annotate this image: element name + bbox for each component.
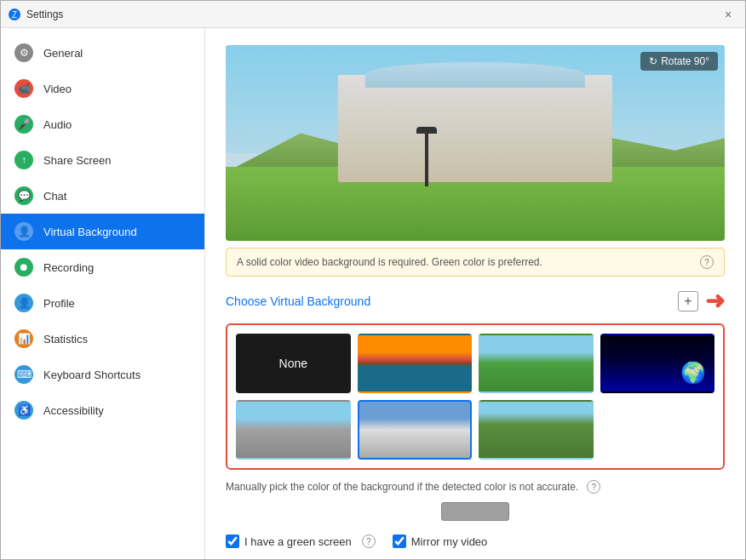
accessibility-icon: ♿ — [14, 401, 33, 420]
manually-info-icon[interactable]: ? — [587, 480, 600, 494]
bg-grid-wrapper: None — [226, 323, 725, 470]
content-area: ↻ Rotate 90° A solid color video backgro… — [205, 28, 745, 559]
sidebar-item-statistics[interactable]: 📊Statistics — [1, 321, 204, 357]
mirror-checkbox[interactable] — [393, 534, 406, 548]
window-title: Settings — [26, 9, 718, 20]
sidebar-item-keyboard-shortcuts[interactable]: ⌨Keyboard Shortcuts — [1, 357, 204, 392]
virtual-background-icon: 👤 — [14, 222, 33, 241]
accessibility-label: Accessibility — [43, 404, 104, 417]
recording-icon: ⏺ — [14, 258, 33, 277]
arrow-annotation: ➜ — [705, 287, 725, 315]
checkbox-row: I have a green screen ? Mirror my video — [226, 531, 725, 551]
sidebar-item-audio[interactable]: 🎤Audio — [1, 106, 204, 142]
recording-label: Recording — [43, 261, 94, 274]
building-element — [338, 75, 612, 183]
manually-pick-text: Manually pick the color of the backgroun… — [226, 480, 725, 494]
statistics-label: Statistics — [43, 333, 88, 346]
bg-stadium[interactable] — [358, 400, 473, 460]
sidebar-item-general[interactable]: ⚙General — [1, 35, 204, 71]
main-content: ⚙General📹Video🎤Audio↑Share Screen💬Chat👤V… — [1, 28, 745, 559]
titlebar: Z Settings × — [1, 1, 745, 28]
manually-label: Manually pick the color of the backgroun… — [226, 481, 578, 493]
bg-none[interactable]: None — [236, 334, 351, 393]
preview-scene — [226, 45, 725, 241]
statistics-icon: 📊 — [14, 329, 33, 348]
bg-building2[interactable] — [236, 400, 351, 460]
lamppost-top — [416, 127, 437, 134]
video-label: Video — [43, 83, 72, 95]
audio-icon: 🎤 — [14, 115, 33, 134]
sidebar-item-accessibility[interactable]: ♿Accessibility — [1, 392, 204, 428]
mirror-label: Mirror my video — [411, 535, 488, 548]
building-roof — [365, 62, 585, 88]
sidebar-item-profile[interactable]: 👤Profile — [1, 285, 204, 321]
rotate-label: Rotate 90° — [661, 55, 709, 67]
bg-golden-gate[interactable] — [358, 334, 473, 393]
green-screen-checkbox-label[interactable]: I have a green screen ? — [226, 534, 376, 548]
profile-label: Profile — [43, 297, 75, 310]
bg-grid: None — [236, 334, 714, 460]
bg-space[interactable] — [600, 334, 715, 393]
sidebar-item-virtual-background[interactable]: 👤Virtual Background — [1, 214, 204, 249]
video-icon: 📹 — [14, 79, 33, 98]
choose-title: Choose Virtual Background — [226, 294, 370, 308]
sidebar: ⚙General📹Video🎤Audio↑Share Screen💬Chat👤V… — [1, 28, 205, 559]
settings-window: Z Settings × ⚙General📹Video🎤Audio↑Share … — [0, 0, 746, 560]
close-button[interactable]: × — [718, 4, 738, 25]
lamppost — [425, 127, 428, 186]
app-icon: Z — [8, 8, 21, 21]
notice-text: A solid color video background is requir… — [237, 256, 695, 268]
audio-label: Audio — [43, 118, 72, 131]
rotate-icon: ↻ — [649, 55, 657, 67]
general-icon: ⚙ — [14, 43, 33, 62]
choose-header: Choose Virtual Background + ➜ — [226, 287, 725, 315]
sidebar-item-chat[interactable]: 💬Chat — [1, 178, 204, 214]
green-screen-info-icon[interactable]: ? — [362, 534, 376, 548]
color-picker-bar[interactable] — [441, 502, 509, 521]
notice-info-icon[interactable]: ? — [700, 255, 714, 269]
bg-grass[interactable] — [479, 334, 594, 393]
preview-container: ↻ Rotate 90° — [226, 45, 725, 241]
rotate-button[interactable]: ↻ Rotate 90° — [640, 52, 718, 71]
share-screen-label: Share Screen — [43, 154, 112, 167]
keyboard-shortcuts-icon: ⌨ — [14, 365, 33, 384]
sidebar-item-video[interactable]: 📹Video — [1, 71, 204, 106]
green-screen-label: I have a green screen — [244, 535, 352, 548]
sidebar-item-share-screen[interactable]: ↑Share Screen — [1, 142, 204, 178]
general-label: General — [43, 47, 83, 60]
sidebar-item-recording[interactable]: ⏺Recording — [1, 249, 204, 285]
notice-bar: A solid color video background is requir… — [226, 248, 725, 277]
chat-label: Chat — [43, 190, 66, 203]
mirror-checkbox-label[interactable]: Mirror my video — [393, 534, 488, 548]
bg-green-building[interactable] — [479, 400, 594, 460]
chat-icon: 💬 — [14, 186, 33, 205]
share-screen-icon: ↑ — [14, 151, 33, 169]
svg-text:Z: Z — [12, 10, 17, 20]
profile-icon: 👤 — [14, 294, 33, 312]
virtual-background-label: Virtual Background — [43, 226, 137, 238]
add-background-button[interactable]: + — [678, 291, 698, 311]
keyboard-shortcuts-label: Keyboard Shortcuts — [43, 369, 141, 381]
green-screen-checkbox[interactable] — [226, 534, 239, 548]
